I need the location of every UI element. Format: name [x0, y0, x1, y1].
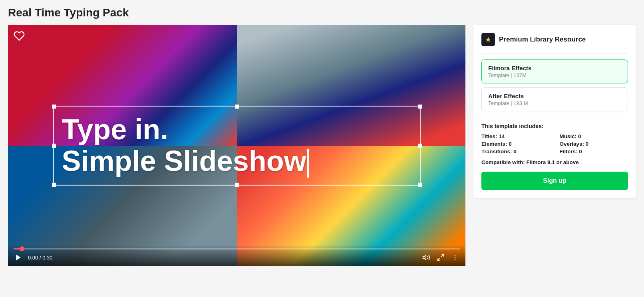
handle-tl: [52, 104, 56, 108]
svg-point-6: [455, 259, 456, 261]
fullscreen-button[interactable]: [436, 253, 445, 262]
after-effects-title: After Effects: [488, 93, 621, 99]
overlays-item: Overlays: 0: [560, 141, 628, 147]
more-button[interactable]: [450, 253, 460, 262]
video-player: Type in. Simple Slideshow: [8, 25, 465, 266]
sidebar: ★ Premium Library Resource Filmora Effec…: [473, 25, 636, 198]
volume-icon: [422, 253, 430, 261]
badge-icon: ★: [481, 33, 495, 46]
page-wrapper: Real Time Typing Pack: [0, 0, 644, 273]
text-overlay: Type in. Simple Slideshow: [53, 105, 421, 185]
svg-marker-1: [423, 255, 426, 260]
divider-1: [481, 53, 628, 54]
handle-bl: [52, 183, 56, 187]
page-title: Real Time Typing Pack: [8, 6, 636, 19]
handle-tm: [235, 104, 239, 108]
typing-line1: Type in.: [62, 113, 412, 145]
svg-line-2: [441, 255, 444, 257]
time-display: 0:00 / 0:30: [28, 255, 52, 261]
play-button[interactable]: [14, 253, 23, 262]
selection-box: Type in. Simple Slideshow: [53, 105, 421, 185]
favorite-button[interactable]: [14, 30, 25, 43]
progress-fill: [14, 248, 22, 249]
transitions-item: Transitions: 0: [481, 148, 550, 154]
svg-line-3: [438, 258, 440, 261]
typing-text: Type in. Simple Slideshow: [62, 113, 412, 177]
svg-point-5: [455, 257, 456, 258]
filmora-effects-title: Filmora Effects: [488, 65, 621, 71]
after-effects-option[interactable]: After Effects Template | 193 M: [481, 87, 628, 111]
progress-bar[interactable]: [14, 248, 460, 249]
progress-dot: [20, 246, 24, 251]
filters-item: Filters: 0: [560, 148, 628, 154]
elements-item: Elements: 0: [481, 141, 550, 147]
premium-badge: ★ Premium Library Resource: [481, 33, 628, 46]
handle-bm: [235, 183, 239, 187]
volume-button[interactable]: [421, 253, 431, 262]
compatible-row: Compatible with: Filmora 9.1 or above: [481, 159, 628, 165]
includes-heading: This template includes:: [481, 123, 628, 129]
divider-2: [481, 117, 628, 117]
heart-icon: [14, 30, 25, 42]
filmora-effects-option[interactable]: Filmora Effects Template | 137M: [481, 59, 628, 83]
handle-mr: [418, 143, 422, 147]
premium-title: Premium Library Resource: [499, 36, 586, 44]
handle-tr: [418, 104, 422, 108]
content-area: Type in. Simple Slideshow: [8, 25, 636, 266]
star-icon: ★: [485, 35, 491, 44]
controls-row: 0:00 / 0:30: [14, 253, 460, 262]
play-icon: [14, 253, 22, 261]
typing-line2: Simple Slideshow: [62, 145, 412, 178]
svg-marker-0: [16, 255, 21, 261]
video-controls: 0:00 / 0:30: [8, 245, 465, 266]
handle-ml: [52, 143, 56, 147]
more-icon: [451, 253, 459, 261]
filmora-effects-subtitle: Template | 137M: [488, 72, 621, 78]
video-preview: Type in. Simple Slideshow: [8, 25, 465, 266]
after-effects-subtitle: Template | 193 M: [488, 100, 621, 106]
signup-button[interactable]: Sign up: [481, 172, 628, 190]
music-item: Music: 0: [560, 133, 628, 139]
cursor: [307, 149, 309, 178]
titles-item: Titles: 14: [481, 133, 550, 139]
includes-grid: Titles: 14 Music: 0 Elements: 0 Overlays…: [481, 133, 628, 154]
svg-point-4: [455, 255, 456, 256]
handle-br: [418, 183, 422, 187]
fullscreen-icon: [437, 253, 445, 261]
